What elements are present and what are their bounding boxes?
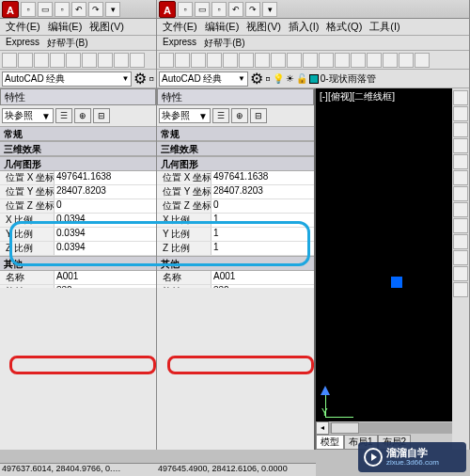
section-other[interactable]: 其他	[0, 256, 156, 271]
toolbar-btn[interactable]	[399, 53, 414, 68]
prop-val[interactable]: 0.0394	[55, 228, 156, 241]
menu-file[interactable]: 文件(E)	[2, 19, 44, 35]
toolbar-btn[interactable]	[351, 53, 366, 68]
section-general[interactable]: 常规	[0, 126, 156, 141]
prop-val[interactable]: 1	[212, 228, 314, 241]
toolbar-btn[interactable]	[175, 53, 190, 68]
vtool-btn[interactable]	[453, 266, 468, 281]
tab-model[interactable]: 模型	[316, 435, 344, 450]
ws-btn[interactable]: ⚙	[133, 70, 147, 87]
section-other[interactable]: 其他	[157, 256, 314, 271]
prop-val[interactable]: A001	[212, 271, 314, 284]
menu-edit[interactable]: 编辑(E)	[201, 19, 243, 35]
menu-tools[interactable]: 工具(I)	[366, 19, 403, 35]
vtool-btn[interactable]	[453, 90, 468, 105]
toolbar-btn[interactable]	[383, 53, 398, 68]
redo-icon[interactable]: ↷	[88, 2, 103, 17]
selection-grip[interactable]	[391, 277, 402, 288]
prop-val[interactable]: 1	[212, 214, 314, 227]
vtool-btn[interactable]	[453, 170, 468, 185]
toolbar-btn[interactable]	[271, 53, 286, 68]
viewport-label[interactable]: [-][俯视][二维线框]	[320, 90, 395, 103]
toolbar-btn[interactable]	[367, 53, 382, 68]
open-icon[interactable]: ▭	[195, 2, 210, 17]
menu-express[interactable]: Express	[159, 36, 200, 50]
menu-helper[interactable]: 好帮手(B)	[200, 36, 248, 50]
prop-val[interactable]: 1	[212, 242, 314, 255]
prop-val[interactable]: 497641.1638	[55, 171, 156, 184]
menu-view[interactable]: 视图(V)	[243, 19, 285, 35]
filter-icon[interactable]: ☰	[212, 108, 229, 123]
workspace-combo[interactable]: AutoCAD 经典▼	[2, 71, 132, 87]
toolbar-btn[interactable]	[335, 53, 350, 68]
toolbar-btn[interactable]	[159, 53, 174, 68]
undo-icon[interactable]: ↶	[228, 2, 243, 17]
prop-val[interactable]: 0.0394	[55, 242, 156, 255]
new-icon[interactable]: ▫	[21, 2, 36, 17]
vtool-btn[interactable]	[453, 138, 468, 153]
toolbar-btn[interactable]	[223, 53, 238, 68]
toolbar-btn[interactable]	[82, 53, 97, 68]
save-icon[interactable]: ▫	[212, 2, 227, 17]
more-icon[interactable]: ▾	[105, 2, 120, 17]
vtool-btn[interactable]	[453, 234, 468, 249]
menu-insert[interactable]: 插入(I)	[285, 19, 322, 35]
new-icon[interactable]: ▫	[178, 2, 193, 17]
workspace-combo[interactable]: AutoCAD 经典▼	[159, 71, 248, 87]
toolbar-btn[interactable]	[239, 53, 254, 68]
quick-icon[interactable]: ⊟	[93, 108, 110, 123]
h-scrollbar[interactable]: ◂ ▸	[316, 421, 469, 435]
scroll-left-icon[interactable]: ◂	[316, 421, 329, 435]
toolbar-btn[interactable]	[2, 53, 17, 68]
section-geom[interactable]: 几何图形	[0, 156, 156, 171]
menu-view[interactable]: 视图(V)	[86, 19, 128, 35]
toolbar-btn[interactable]	[114, 53, 129, 68]
object-type-combo[interactable]: 块参照▼	[2, 108, 54, 123]
section-geom[interactable]: 几何图形	[157, 156, 314, 171]
undo-icon[interactable]: ↶	[71, 2, 86, 17]
more-icon[interactable]: ▾	[262, 2, 277, 17]
toolbar-btn[interactable]	[66, 53, 81, 68]
section-general[interactable]: 常规	[157, 126, 314, 141]
toolbar-btn[interactable]	[130, 53, 145, 68]
drawing-viewport[interactable]: [-][俯视][二维线框] YX ◂ ▸ 模型 布局1 布局2	[314, 88, 469, 450]
prop-val[interactable]: 0	[55, 199, 156, 213]
section-effects[interactable]: 三维效果	[157, 141, 314, 156]
toolbar-btn[interactable]	[415, 53, 430, 68]
ws-btn[interactable]: ▫	[265, 71, 271, 87]
vtool-btn[interactable]	[453, 282, 468, 297]
toolbar-btn[interactable]	[50, 53, 65, 68]
vtool-btn[interactable]	[453, 106, 468, 121]
menu-express[interactable]: Express	[2, 36, 43, 50]
ws-btn[interactable]: ⚙	[250, 70, 263, 87]
redo-icon[interactable]: ↷	[245, 2, 260, 17]
prop-val[interactable]: 28407.8203	[55, 185, 156, 198]
pick-icon[interactable]: ⊕	[74, 108, 91, 123]
toolbar-btn[interactable]	[191, 53, 206, 68]
toolbar-btn[interactable]	[303, 53, 318, 68]
quick-icon[interactable]: ⊟	[250, 108, 267, 123]
vtool-btn[interactable]	[453, 186, 468, 201]
toolbar-btn[interactable]	[98, 53, 113, 68]
menu-format[interactable]: 格式(Q)	[322, 19, 366, 35]
prop-val[interactable]: 497641.1638	[212, 171, 314, 184]
scroll-track[interactable]	[329, 422, 456, 434]
toolbar-btn[interactable]	[34, 53, 49, 68]
layer-combo[interactable]: 💡☀🔓 0-现状雨落管	[273, 72, 467, 86]
open-icon[interactable]: ▭	[38, 2, 53, 17]
prop-val[interactable]: 0	[212, 199, 314, 213]
pick-icon[interactable]: ⊕	[231, 108, 248, 123]
vtool-btn[interactable]	[453, 218, 468, 233]
scroll-thumb[interactable]	[331, 422, 359, 434]
toolbar-btn[interactable]	[287, 53, 302, 68]
ws-btn[interactable]: ▫	[149, 71, 154, 87]
vtool-btn[interactable]	[453, 202, 468, 217]
menu-edit[interactable]: 编辑(E)	[44, 19, 86, 35]
toolbar-btn[interactable]	[255, 53, 270, 68]
vtool-btn[interactable]	[453, 250, 468, 265]
toolbar-btn[interactable]	[319, 53, 334, 68]
menu-file[interactable]: 文件(E)	[159, 19, 201, 35]
vtool-btn[interactable]	[453, 154, 468, 169]
filter-icon[interactable]: ☰	[55, 108, 72, 123]
menu-helper[interactable]: 好帮手(B)	[43, 36, 91, 50]
